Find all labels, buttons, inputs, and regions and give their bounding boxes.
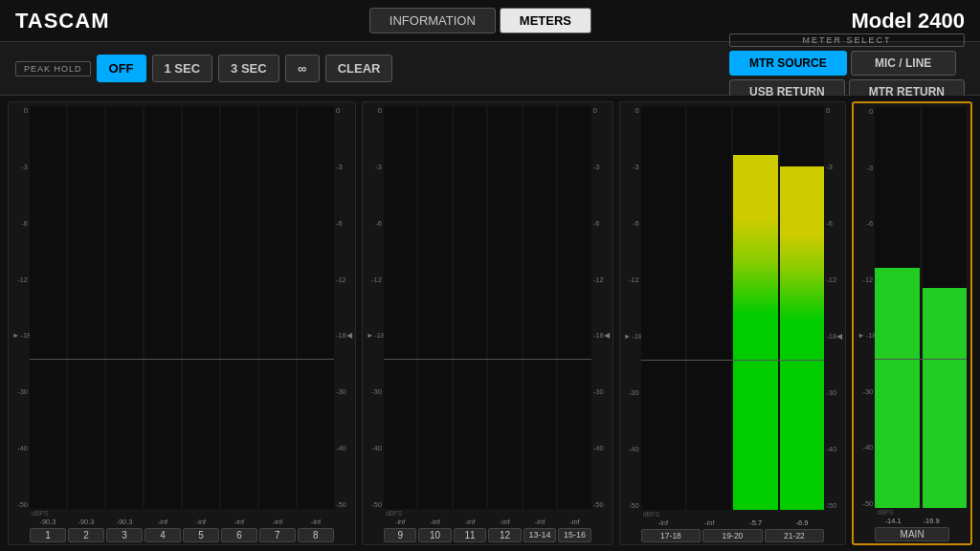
meter-track-12 <box>488 106 521 509</box>
ch5-value: -inf <box>183 518 219 526</box>
ch11-label: 11 <box>454 528 486 542</box>
nav-tabs: INFORMATION METERS <box>369 8 591 33</box>
brand-logo: TASCAM <box>15 9 109 33</box>
meter-track-7 <box>259 106 296 509</box>
meter-track-11 <box>454 106 486 509</box>
meter-track-1516 <box>558 106 590 509</box>
peak-hold-1sec-button[interactable]: 1 SEC <box>152 55 213 82</box>
peak-hold-label: PEAK HOLD <box>24 64 82 74</box>
tab-meters[interactable]: METERS <box>500 8 591 33</box>
ch8-label: 8 <box>298 528 334 542</box>
ch1920-label: 19-20 <box>702 529 763 542</box>
meter-select-buttons: MTR SOURCE MIC / LINE <box>729 51 965 76</box>
meter-track-main-l <box>875 107 919 508</box>
app-container: TASCAM INFORMATION METERS Model 2400 PEA… <box>0 0 980 551</box>
model-title: Model 2400 <box>851 9 965 33</box>
main-r-value: -16.9 <box>913 517 949 525</box>
ch12-label: 12 <box>488 528 521 542</box>
meter-track-2122-l <box>733 106 777 510</box>
ch2122-r-value: -6.9 <box>780 518 824 527</box>
ch2122-label: 21-22 <box>765 529 825 542</box>
meter-track-4 <box>145 106 181 509</box>
ch2122-l-value: -5.7 <box>733 518 777 527</box>
meter-section-3: 0 -3 -6 -12 ►-18 -30 -40 -50 <box>619 101 847 545</box>
meter-select-group: METER SELECT MTR SOURCE MIC / LINE USB R… <box>729 33 965 104</box>
main-label: MAIN <box>875 527 949 541</box>
meter-track-main-r <box>923 107 967 508</box>
ms-mtr-source-button[interactable]: MTR SOURCE <box>729 51 847 76</box>
meter-track-8 <box>298 106 334 509</box>
meter-track-1 <box>30 106 66 509</box>
controls-bar: PEAK HOLD OFF 1 SEC 3 SEC ∞ CLEAR METER … <box>0 42 980 96</box>
ch5-label: 5 <box>183 528 219 542</box>
meter-track-3 <box>106 106 143 509</box>
ch1718-label: 17-18 <box>641 529 702 542</box>
ms-mic-line-button[interactable]: MIC / LINE <box>851 51 956 76</box>
meter-track-2 <box>68 106 104 509</box>
meter-track-5 <box>183 106 219 509</box>
ch8-value: -inf <box>298 518 334 526</box>
meter-track-9 <box>384 106 416 509</box>
peak-hold-group: PEAK HOLD OFF 1 SEC 3 SEC ∞ CLEAR <box>15 55 392 82</box>
peak-hold-clear-button[interactable]: CLEAR <box>325 55 393 82</box>
meter-track-6 <box>221 106 257 509</box>
meter-section-1: 0 -3 -6 -12 ►-18 -30 -40 -50 <box>8 101 356 545</box>
ch2-value: -90.3 <box>68 518 104 526</box>
meter-section-main: 0 -3 -6 -12 ►-18 -30 -40 -50 <box>852 101 972 545</box>
meter-select-label: METER SELECT <box>740 35 954 45</box>
ch7-value: -inf <box>259 518 296 526</box>
ch7-label: 7 <box>259 528 296 542</box>
ch1-label: 1 <box>30 528 66 542</box>
meter-track-1920 <box>687 106 731 510</box>
ch1516-label: 15-16 <box>558 528 590 542</box>
peak-hold-inf-button[interactable]: ∞ <box>285 55 320 82</box>
meter-track-1718 <box>641 106 685 510</box>
ch4-label: 4 <box>145 528 181 542</box>
ch3-label: 3 <box>106 528 143 542</box>
peak-hold-3sec-button[interactable]: 3 SEC <box>218 55 279 82</box>
ch9-label: 9 <box>384 528 416 542</box>
ch10-label: 10 <box>418 528 451 542</box>
main-l-value: -14.1 <box>875 517 911 525</box>
ch1314-label: 13-14 <box>523 528 556 542</box>
peak-hold-off-button[interactable]: OFF <box>97 55 146 82</box>
ch4-value: -inf <box>145 518 181 526</box>
ch6-label: 6 <box>221 528 257 542</box>
ch6-value: -inf <box>221 518 257 526</box>
meters-area: 0 -3 -6 -12 ►-18 -30 -40 -50 <box>0 96 980 551</box>
tab-information[interactable]: INFORMATION <box>369 8 496 33</box>
meter-track-1314 <box>523 106 556 509</box>
meter-track-10 <box>418 106 451 509</box>
meter-track-2122-r <box>780 106 824 510</box>
ch3-value: -90.3 <box>106 518 143 526</box>
ch2-label: 2 <box>68 528 104 542</box>
ch1-value: -90.3 <box>30 518 66 526</box>
meter-section-2: 0 -3 -6 -12 ►-18 -30 -40 -50 <box>362 101 613 545</box>
